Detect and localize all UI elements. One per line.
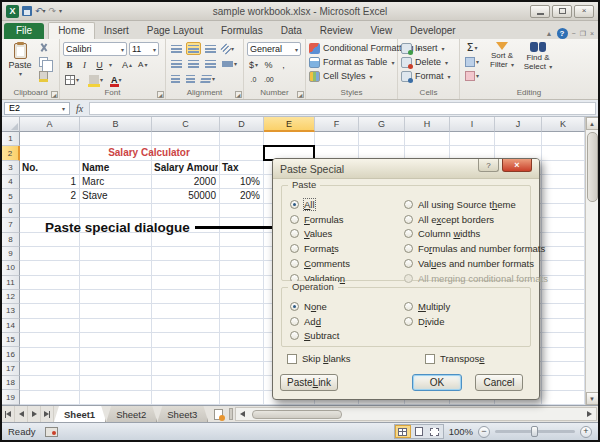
name-box[interactable]: E2▾ xyxy=(4,102,70,115)
sheet-tab-sheet2[interactable]: Sheet2 xyxy=(106,406,157,422)
cell-A4[interactable]: 1 xyxy=(20,175,78,189)
tab-file[interactable]: File xyxy=(4,23,44,39)
column-header-K[interactable]: K xyxy=(542,117,585,132)
next-sheet-button[interactable] xyxy=(28,406,41,422)
radio-divide[interactable]: Divide xyxy=(404,314,450,329)
decrease-decimal-button[interactable]: .00 xyxy=(262,73,276,86)
row-header-9[interactable]: 9 xyxy=(2,247,20,261)
undo-button[interactable]: ↶▾ xyxy=(35,7,46,16)
radio-values[interactable]: Values xyxy=(290,227,350,242)
italic-button[interactable]: I xyxy=(78,58,91,71)
decrease-indent-button[interactable] xyxy=(169,72,182,85)
macro-record-icon[interactable] xyxy=(45,427,58,437)
row-header-17[interactable]: 17 xyxy=(2,362,20,376)
clear-button[interactable]: ▾ xyxy=(463,69,481,82)
alignment-dialog-launcher-icon[interactable]: ◢ xyxy=(235,91,242,98)
last-sheet-button[interactable] xyxy=(41,406,54,422)
underline-button[interactable]: U xyxy=(93,58,106,71)
sheet-tab-sheet3[interactable]: Sheet3 xyxy=(157,406,208,422)
row-header-10[interactable]: 10 xyxy=(2,261,20,275)
orientation-button[interactable]: ▾ xyxy=(220,42,236,55)
tab-home[interactable]: Home xyxy=(48,22,95,39)
column-header-D[interactable]: D xyxy=(220,117,264,132)
radio-formulas[interactable]: Formulas xyxy=(290,212,350,227)
zoom-slider[interactable] xyxy=(495,430,575,433)
save-button[interactable] xyxy=(22,6,32,16)
row-header-7[interactable]: 7 xyxy=(2,218,20,232)
help-icon[interactable]: ? xyxy=(557,28,568,39)
cell-C4[interactable]: 2000 xyxy=(152,175,218,189)
column-header-F[interactable]: F xyxy=(315,117,359,132)
column-header-B[interactable]: B xyxy=(80,117,152,132)
cell-B3[interactable]: Name xyxy=(80,161,150,175)
scroll-up-button[interactable]: ▲ xyxy=(586,117,599,130)
close-button[interactable]: × xyxy=(574,5,594,18)
column-header-J[interactable]: J xyxy=(495,117,542,132)
workbook-close-icon[interactable]: × xyxy=(590,30,594,37)
row-header-8[interactable]: 8 xyxy=(2,233,20,247)
cell-A3[interactable]: No. xyxy=(20,161,78,175)
radio-formulas-and-number-formats[interactable]: Formulas and number formats xyxy=(404,241,548,256)
font-color-button[interactable]: A▾ xyxy=(109,73,124,86)
radio-multiply[interactable]: Multiply xyxy=(404,299,450,314)
row-header-13[interactable]: 13 xyxy=(2,304,20,318)
align-right-button[interactable] xyxy=(203,57,218,70)
increase-decimal-button[interactable]: .0 xyxy=(247,73,260,86)
zoom-level[interactable]: 100% xyxy=(449,426,473,437)
column-header-G[interactable]: G xyxy=(359,117,405,132)
conditional-formatting-button[interactable]: Conditional Formatting▾ xyxy=(309,41,394,55)
row-header-4[interactable]: 4 xyxy=(2,175,20,189)
row-header-3[interactable]: 3 xyxy=(2,161,20,175)
increase-indent-button[interactable] xyxy=(184,72,197,85)
fill-color-button[interactable]: ▾ xyxy=(87,73,105,86)
restore-button[interactable] xyxy=(552,5,572,18)
cut-button[interactable] xyxy=(37,41,50,54)
radio-all-using-source-theme[interactable]: All using Source theme xyxy=(404,197,548,212)
tab-page-layout[interactable]: Page Layout xyxy=(138,23,212,39)
radio-all[interactable]: All xyxy=(290,197,350,212)
fill-button[interactable]: ▾ xyxy=(463,55,481,68)
find-select-button[interactable]: Find & Select ▾ xyxy=(520,41,556,82)
select-all-corner[interactable] xyxy=(2,117,20,132)
cancel-button[interactable]: Cancel xyxy=(475,374,523,391)
workbook-minimize-icon[interactable]: − xyxy=(572,30,576,37)
checkbox-transpose[interactable]: Transpose xyxy=(425,353,485,364)
cell-B2[interactable]: Salary Calculator xyxy=(80,146,218,160)
cell-styles-button[interactable]: Cell Styles▾ xyxy=(309,69,394,83)
tab-view[interactable]: View xyxy=(362,23,402,39)
horizontal-scrollbar[interactable] xyxy=(235,407,597,421)
column-header-E[interactable]: E xyxy=(264,117,315,132)
wrap-text-button[interactable]: ▾ xyxy=(199,72,217,85)
row-header-6[interactable]: 6 xyxy=(2,204,20,218)
scroll-right-button[interactable] xyxy=(583,411,596,417)
number-dialog-launcher-icon[interactable]: ◢ xyxy=(297,91,304,98)
comma-style-button[interactable]: , xyxy=(277,58,290,71)
accounting-format-button[interactable]: $▾ xyxy=(247,58,260,71)
column-header-I[interactable]: I xyxy=(450,117,495,132)
dialog-title-bar[interactable]: Paste Special ? × xyxy=(273,159,539,179)
row-header-16[interactable]: 16 xyxy=(2,347,20,361)
cell-C3[interactable]: Salary Amount xyxy=(152,161,218,175)
scroll-down-button[interactable]: ▼ xyxy=(586,392,599,405)
number-format-select[interactable]: General▾ xyxy=(247,42,301,56)
grow-font-button[interactable]: A▴ xyxy=(120,58,134,71)
row-header-12[interactable]: 12 xyxy=(2,290,20,304)
column-header-H[interactable]: H xyxy=(405,117,450,132)
radio-none[interactable]: None xyxy=(290,299,339,314)
row-header-11[interactable]: 11 xyxy=(2,276,20,290)
chevron-down-icon[interactable]: ▾ xyxy=(19,70,22,77)
column-header-A[interactable]: A xyxy=(20,117,80,132)
normal-view-button[interactable] xyxy=(395,425,411,438)
cell-B4[interactable]: Marc xyxy=(80,175,150,189)
ok-button[interactable]: OK xyxy=(412,374,462,391)
cell-D5[interactable]: 20% xyxy=(220,189,262,203)
tab-formulas[interactable]: Formulas xyxy=(212,23,272,39)
borders-button[interactable]: ▾ xyxy=(63,73,81,86)
minimize-ribbon-icon[interactable]: ▲ xyxy=(546,30,553,37)
bold-button[interactable]: B xyxy=(63,58,76,71)
sheet-tab-sheet1[interactable]: Sheet1 xyxy=(54,406,106,422)
excel-logo-icon[interactable]: X xyxy=(6,5,19,18)
first-sheet-button[interactable] xyxy=(2,406,15,422)
font-size-select[interactable]: 11▾ xyxy=(129,42,159,56)
sort-filter-button[interactable]: Sort & Filter ▾ xyxy=(484,41,520,82)
